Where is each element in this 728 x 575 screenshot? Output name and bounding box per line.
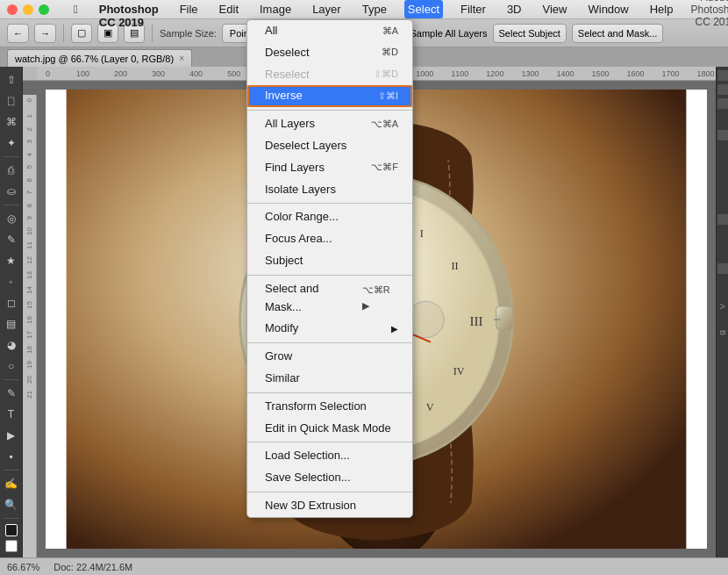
menu-item-subject[interactable]: Subject — [247, 250, 412, 272]
toolbar-separator-1 — [63, 25, 64, 42]
menu-item-all[interactable]: All ⌘A — [247, 20, 412, 42]
right-tool-3[interactable] — [717, 98, 728, 109]
menu-item-reselect-shortcut: ⇧⌘D — [374, 67, 398, 83]
right-panel: A B — [716, 67, 728, 557]
dodge-tool[interactable]: ○ — [2, 356, 21, 376]
menu-item-save-selection[interactable]: Save Selection... — [247, 467, 412, 489]
menubar-item-apple[interactable]:  — [70, 0, 82, 18]
select-dropdown-menu: All ⌘A Deselect ⌘D Reselect ⇧⌘D Inverse … — [246, 19, 413, 518]
menu-separator-2 — [247, 203, 412, 204]
menu-item-isolate-layers[interactable]: Isolate Layers — [247, 179, 412, 201]
clone-tool[interactable]: ★ — [2, 251, 21, 270]
menubar-item-3d[interactable]: 3D — [503, 0, 525, 18]
zoom-tool[interactable]: 🔍 — [2, 495, 21, 514]
menu-item-select-mask[interactable]: Select and Mask... ⌥⌘R ▶ — [247, 278, 412, 319]
menubar-item-layer[interactable]: Layer — [309, 0, 345, 18]
menubar-item-edit[interactable]: Edit — [216, 0, 242, 18]
brush-tool[interactable]: ✎ — [2, 230, 21, 249]
menubar-item-view[interactable]: View — [539, 0, 571, 18]
menubar-item-file[interactable]: File — [176, 0, 202, 18]
menubar-item-filter[interactable]: Filter — [457, 0, 489, 18]
menubar-item-help[interactable]: Help — [646, 0, 677, 18]
menu-item-new-3d-extrusion[interactable]: New 3D Extrusion — [247, 495, 412, 517]
menu-item-focus-area-label: Focus Area... — [265, 230, 332, 248]
right-panel-label-b: B — [718, 330, 727, 335]
marquee-tool[interactable]: ⎕ — [2, 91, 21, 111]
menu-item-similar-label: Similar — [265, 370, 300, 388]
menu-separator-3 — [247, 275, 412, 276]
eyedropper-tool[interactable]: ⛀ — [2, 182, 21, 201]
menu-item-all-layers-shortcut: ⌥⌘A — [371, 117, 398, 133]
lasso-tool[interactable]: ⌘ — [2, 112, 21, 132]
pen-tool[interactable]: ✎ — [2, 384, 21, 403]
tool-separator-3 — [4, 379, 19, 380]
menubar-item-photoshop[interactable]: Adobe Photoshop CC 2019 — [96, 0, 162, 18]
menu-item-quick-mask[interactable]: Edit in Quick Mask Mode — [247, 418, 412, 440]
gradient-tool[interactable]: ▤ — [2, 314, 21, 334]
menu-item-load-selection-label: Load Selection... — [265, 447, 350, 465]
menu-item-select-mask-shortcut: ⌥⌘R ▶ — [362, 283, 398, 313]
back-button[interactable]: ← — [7, 24, 29, 43]
tab-watch[interactable]: watch.jpg @ 66.7% (Layer 0, RGB/8) × — [7, 49, 192, 67]
menu-item-all-layers[interactable]: All Layers ⌥⌘A — [247, 113, 412, 135]
menu-separator-1 — [247, 110, 412, 111]
menu-item-deselect-layers[interactable]: Deselect Layers — [247, 135, 412, 157]
tool-separator-2 — [4, 205, 19, 205]
menubar-item-image[interactable]: Image — [256, 0, 295, 18]
blur-tool[interactable]: ◕ — [2, 335, 21, 355]
menu-item-find-layers-label: Find Layers — [265, 159, 325, 177]
menu-item-inverse[interactable]: Inverse ⇧⌘I — [247, 85, 412, 107]
tab-label: watch.jpg @ 66.7% (Layer 0, RGB/8) — [15, 54, 174, 64]
menubar-item-type[interactable]: Type — [359, 0, 390, 18]
menu-item-find-layers[interactable]: Find Layers ⌥⌘F — [247, 157, 412, 179]
crop-tool[interactable]: ⎙ — [2, 161, 21, 180]
menu-item-load-selection[interactable]: Load Selection... — [247, 445, 412, 467]
magic-wand-tool[interactable]: ✦ — [2, 133, 21, 153]
sample-all-layers-label: Sample All Layers — [410, 28, 487, 39]
menu-item-deselect-label: Deselect — [265, 44, 310, 62]
tool-separator-4 — [4, 470, 19, 471]
menu-item-similar[interactable]: Similar — [247, 368, 412, 390]
right-tool-4[interactable] — [717, 130, 728, 140]
tool-separator-1 — [4, 156, 19, 157]
history-tool[interactable]: ◦ — [2, 272, 21, 291]
right-tool-6[interactable] — [717, 263, 728, 274]
right-tool-5[interactable] — [717, 214, 728, 225]
menu-item-select-mask-label: Select and Mask... — [265, 280, 355, 317]
menu-item-all-label: All — [265, 22, 277, 40]
shape-tool[interactable]: ▪ — [2, 447, 21, 466]
menu-item-inverse-label: Inverse — [265, 87, 303, 105]
menu-item-find-layers-shortcut: ⌥⌘F — [371, 160, 398, 176]
menu-item-subject-label: Subject — [265, 252, 303, 270]
menu-item-color-range[interactable]: Color Range... — [247, 206, 412, 228]
tab-close-button[interactable]: × — [179, 54, 184, 63]
close-button[interactable] — [7, 4, 18, 15]
maximize-button[interactable] — [39, 4, 49, 15]
type-tool[interactable]: T — [2, 405, 21, 424]
healing-tool[interactable]: ◎ — [2, 209, 21, 228]
path-tool[interactable]: ▶ — [2, 426, 21, 445]
select-mask-button[interactable]: Select and Mask... — [572, 24, 664, 43]
doc-info: Doc: 22.4M/21.6M — [54, 562, 132, 572]
background-color[interactable] — [5, 540, 18, 552]
foreground-color[interactable] — [5, 524, 18, 536]
menu-item-modify[interactable]: Modify ▶ — [247, 318, 412, 340]
menubar-item-select[interactable]: Select — [404, 0, 443, 18]
minimize-button[interactable] — [23, 4, 33, 15]
menu-item-deselect-layers-label: Deselect Layers — [265, 137, 346, 155]
right-tool-2[interactable] — [717, 84, 728, 95]
eraser-tool[interactable]: ◻ — [2, 293, 21, 313]
select-subject-button[interactable]: Select Subject — [493, 24, 567, 43]
menu-item-deselect[interactable]: Deselect ⌘D — [247, 42, 412, 64]
menu-item-inverse-shortcut: ⇧⌘I — [378, 89, 398, 104]
tool-options-btn[interactable]: ▢ — [71, 24, 92, 43]
menu-item-grow[interactable]: Grow — [247, 346, 412, 368]
move-tool[interactable]: ⇧ — [2, 70, 21, 90]
right-tool-1[interactable] — [717, 70, 728, 81]
hand-tool[interactable]: ✍ — [2, 474, 21, 493]
menu-item-transform-selection[interactable]: Transform Selection — [247, 396, 412, 418]
status-bar: 66.67% Doc: 22.4M/21.6M — [0, 557, 728, 575]
menu-item-focus-area[interactable]: Focus Area... — [247, 228, 412, 250]
menubar-item-window[interactable]: Window — [584, 0, 632, 18]
forward-button[interactable]: → — [34, 24, 56, 43]
